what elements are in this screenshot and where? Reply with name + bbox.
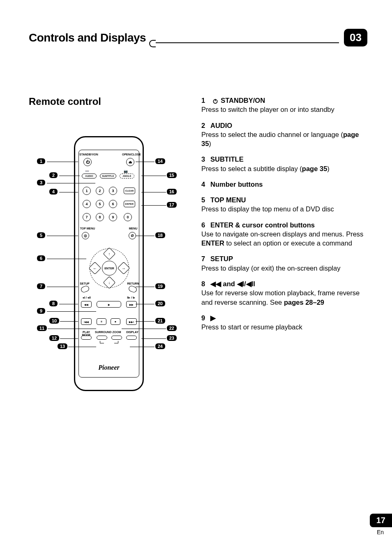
eject-button: ⏏ [126, 158, 134, 166]
header-rule [153, 42, 339, 43]
desc-2: 2AUDIO Press to select the audio channel… [201, 121, 367, 148]
desc-1: 1 STANDBY/ON Press to switch the player … [201, 96, 367, 114]
label-standby: STANDBY/ON [79, 153, 96, 156]
label-rev-slow: ◂I / ◂II [79, 296, 94, 299]
callout-6: 6 [37, 255, 45, 261]
callout-12: 12 [49, 335, 59, 341]
callout-15: 15 [167, 172, 177, 178]
callout-16: 16 [167, 189, 177, 195]
num-9: 9 [109, 213, 117, 221]
desc-6: 6ENTER & cursor control buttons Use to n… [201, 220, 367, 248]
descriptions-column: 1 STANDBY/ON Press to switch the player … [201, 96, 367, 399]
page-number-badge: 17 [370, 514, 392, 527]
surround-button [97, 336, 107, 340]
num-2: 2 [96, 187, 104, 195]
desc-9: 9▶ Press to start or resume playback [201, 313, 367, 332]
subtitle-button: SUBTITLE [100, 174, 116, 178]
language-code: En [370, 529, 384, 535]
num-4: 4 [83, 200, 91, 208]
desc-4: 4Number buttons [201, 180, 367, 189]
page-header: Controls and Displays 03 [29, 29, 367, 46]
label-return: RETURN [126, 282, 140, 285]
callout-13: 13 [58, 343, 67, 349]
callout-4: 4 [49, 189, 58, 195]
topmenu-button: ◎ [82, 232, 89, 239]
chapter-badge: 03 [344, 29, 367, 46]
num-0: 0 [124, 213, 132, 221]
desc-8: 8◀◀ and ◀I/◀II Use for reverse slow moti… [201, 279, 367, 307]
num-8: 8 [96, 213, 104, 221]
label-display: DISPLAY [125, 331, 139, 334]
label-topmenu: TOP MENU [78, 227, 97, 230]
prev-button: I◀◀ [81, 318, 92, 325]
desc-3: 3SUBTITLE Press to select a subtitle dis… [201, 155, 367, 173]
label-fwd-slow: II▸ / I▸ [124, 296, 138, 299]
callout-17: 17 [167, 202, 177, 208]
standby-button: ⏻ [83, 158, 92, 166]
audio-button: AUDIO [82, 174, 97, 178]
callout-22: 22 [167, 325, 177, 331]
page-footer: 17 En [370, 514, 392, 535]
rew-button: ◀◀ [81, 301, 92, 308]
callout-18: 18 [155, 232, 165, 238]
brand-logo: Pioneer [75, 364, 143, 371]
callout-9: 9 [37, 308, 45, 314]
clear-button: CLEAR [124, 188, 135, 194]
stop-button: ■ [111, 318, 120, 325]
ffwd-button: ▶▶ [126, 301, 137, 308]
callout-3: 3 [37, 180, 45, 185]
dpad-enter: ENTER [102, 261, 117, 276]
callout-11: 11 [37, 325, 47, 331]
callout-2: 2 [49, 172, 58, 178]
zoom-button [111, 336, 122, 340]
callout-23: 23 [167, 335, 177, 341]
num-1: 1 [83, 187, 91, 195]
label-surround: SURROUND [95, 331, 111, 334]
display-button [126, 336, 137, 340]
label-zoom: ZOOM [111, 331, 123, 334]
pause-button: II [97, 318, 106, 325]
next-button: ▶▶I [126, 318, 137, 325]
label-openclose: OPEN/CLOSE [122, 153, 138, 156]
desc-7: 7SETUP Press to display (or exit) the on… [201, 254, 367, 273]
desc-5: 5TOP MENU Press to display the top menu … [201, 195, 367, 214]
num-6: 6 [109, 200, 117, 208]
play-button: ▶ [97, 301, 121, 308]
callout-14: 14 [155, 158, 165, 164]
label-setup: SETUP [78, 282, 91, 285]
num-3: 3 [109, 187, 117, 195]
power-icon [212, 98, 218, 104]
menu-button: Ø [129, 232, 136, 239]
callout-5: 5 [37, 232, 45, 238]
num-7: 7 [83, 213, 91, 221]
callout-10: 10 [49, 318, 59, 324]
section-title: Controls and Displays [29, 31, 146, 44]
subheading: Remote control [29, 96, 185, 107]
callout-7: 7 [37, 283, 45, 289]
dpad: ↑ ↓ ← → ENTER [90, 248, 129, 288]
enter-button: ENTER [124, 201, 135, 207]
remote-outline: STANDBY/ON OPEN/CLOSE ⏻ ⏏ AUDIO SUBTITLE… [74, 136, 144, 391]
playmode-button [81, 336, 92, 340]
angle-button: ANGLE [120, 174, 134, 178]
label-menu: MENU [127, 227, 139, 230]
num-5: 5 [96, 200, 104, 208]
callout-20: 20 [155, 301, 165, 306]
callout-19: 19 [155, 283, 165, 289]
callout-1: 1 [37, 158, 45, 164]
remote-diagram: STANDBY/ON OPEN/CLOSE ⏻ ⏏ AUDIO SUBTITLE… [37, 128, 177, 399]
callout-21: 21 [155, 318, 165, 324]
callout-8: 8 [49, 301, 58, 306]
callout-24: 24 [155, 343, 165, 349]
